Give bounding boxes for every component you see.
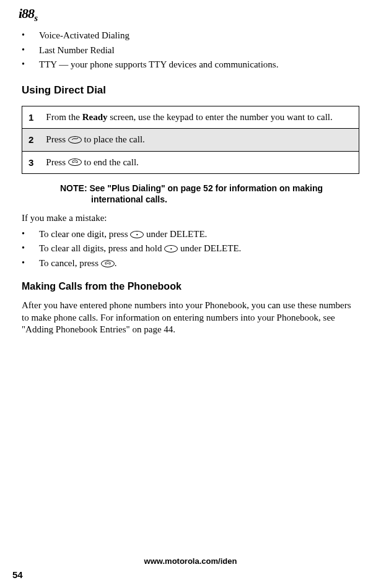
text: . bbox=[115, 258, 117, 268]
mistake-intro: If you make a mistake: bbox=[22, 212, 359, 225]
list-item-text: Last Number Redial bbox=[39, 45, 115, 55]
step-number: 2 bbox=[22, 129, 40, 152]
dot-key-icon bbox=[164, 245, 178, 253]
note-text: See "Plus Dialing" on page 52 for inform… bbox=[89, 183, 323, 204]
list-item: Last Number Redial bbox=[22, 45, 359, 57]
list-item: To clear all digits, press and hold unde… bbox=[22, 243, 359, 255]
mistake-bullet-list: To clear one digit, press under DELETE. … bbox=[22, 228, 359, 270]
text: To cancel, press bbox=[39, 258, 101, 268]
table-row: 2 Press to place the call. bbox=[22, 129, 359, 152]
text: Press bbox=[46, 157, 68, 167]
list-item-text: TTY — your phone supports TTY devices an… bbox=[39, 59, 278, 69]
header-logo: i88s bbox=[19, 5, 37, 25]
list-item: To clear one digit, press under DELETE. bbox=[22, 228, 359, 241]
page-content: Voice-Activated Dialing Last Number Redi… bbox=[22, 30, 359, 336]
phonebook-body: After you have entered phone numbers int… bbox=[22, 300, 359, 336]
end-key-icon bbox=[68, 158, 82, 166]
logo-text: i88 bbox=[19, 6, 34, 21]
section-heading-direct-dial: Using Direct Dial bbox=[22, 84, 359, 97]
steps-table: 1 From the Ready screen, use the keypad … bbox=[22, 106, 359, 175]
table-row: 3 Press to end the call. bbox=[22, 151, 359, 174]
step-number: 1 bbox=[22, 106, 40, 129]
text: to place the call. bbox=[82, 134, 145, 144]
text: From the bbox=[46, 112, 82, 122]
list-item: TTY — your phone supports TTY devices an… bbox=[22, 59, 359, 71]
note-label: NOTE: bbox=[60, 183, 87, 193]
list-item-text: Voice-Activated Dialing bbox=[39, 30, 129, 40]
text: under DELETE. bbox=[144, 229, 207, 239]
list-item: To cancel, press . bbox=[22, 257, 359, 270]
text: To clear one digit, press bbox=[39, 229, 130, 239]
intro-bullet-list: Voice-Activated Dialing Last Number Redi… bbox=[22, 30, 359, 71]
table-row: 1 From the Ready screen, use the keypad … bbox=[22, 106, 359, 129]
step-text: Press to place the call. bbox=[40, 129, 359, 152]
logo-suffix: s bbox=[34, 13, 37, 23]
page-number: 54 bbox=[12, 569, 23, 581]
section-heading-phonebook: Making Calls from the Phonebook bbox=[22, 280, 359, 293]
list-item: Voice-Activated Dialing bbox=[22, 30, 359, 42]
note-block: NOTE: See "Plus Dialing" on page 52 for … bbox=[40, 183, 359, 205]
step-number: 3 bbox=[22, 151, 40, 174]
text: To clear all digits, press and hold bbox=[39, 243, 164, 253]
text: screen, use the keypad to enter the numb… bbox=[108, 112, 333, 122]
text: to end the call. bbox=[82, 157, 139, 167]
step-text: Press to end the call. bbox=[40, 151, 359, 174]
footer-url: www.motorola.com/iden bbox=[0, 556, 381, 567]
text: under DELETE. bbox=[178, 243, 241, 253]
bold-text: Ready bbox=[82, 112, 108, 122]
end-key-icon bbox=[101, 260, 115, 267]
dot-key-icon bbox=[130, 231, 144, 238]
text: Press bbox=[46, 134, 68, 144]
step-text: From the Ready screen, use the keypad to… bbox=[40, 106, 359, 129]
call-key-icon bbox=[68, 136, 82, 144]
